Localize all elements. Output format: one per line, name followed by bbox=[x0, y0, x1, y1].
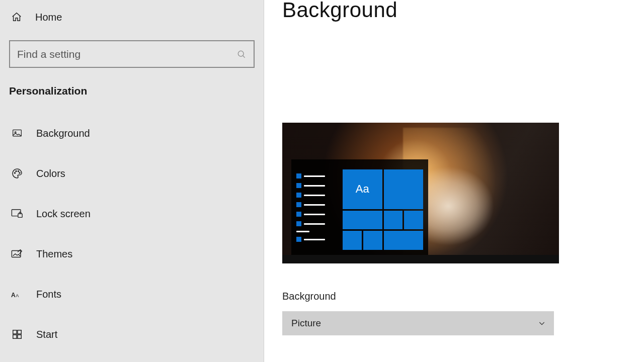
picture-icon bbox=[11, 127, 23, 139]
svg-rect-13 bbox=[13, 330, 17, 334]
preview-start-menu: Aa bbox=[291, 159, 428, 255]
svg-point-6 bbox=[18, 171, 19, 172]
home-label: Home bbox=[35, 12, 62, 23]
svg-rect-16 bbox=[18, 335, 21, 338]
svg-rect-10 bbox=[12, 251, 21, 257]
settings-content: Background Aa bbox=[264, 0, 644, 362]
svg-point-7 bbox=[19, 172, 20, 173]
svg-rect-15 bbox=[13, 335, 17, 338]
chevron-down-icon bbox=[538, 319, 546, 327]
fonts-icon: A A bbox=[11, 288, 23, 300]
sidebar-item-label: Lock screen bbox=[36, 208, 91, 220]
sidebar-item-label: Start bbox=[36, 329, 57, 340]
dropdown-value: Picture bbox=[291, 318, 321, 329]
svg-text:A: A bbox=[16, 293, 19, 298]
sidebar-item-start[interactable]: Start bbox=[0, 319, 264, 349]
preview-app-list bbox=[296, 173, 325, 242]
preview-sample-tile: Aa bbox=[343, 169, 382, 209]
svg-line-1 bbox=[243, 55, 245, 57]
background-dropdown[interactable]: Picture bbox=[282, 311, 554, 335]
sidebar-item-lockscreen[interactable]: Lock screen bbox=[0, 199, 264, 229]
start-icon bbox=[11, 328, 23, 340]
sidebar-item-label: Fonts bbox=[36, 289, 61, 300]
sidebar-nav: Background Colors bbox=[0, 118, 264, 349]
search-input[interactable] bbox=[17, 48, 236, 60]
preview-tiles: Aa bbox=[343, 169, 423, 250]
sidebar-item-fonts[interactable]: A A Fonts bbox=[0, 279, 264, 309]
preview-sample-text: Aa bbox=[356, 183, 369, 196]
svg-point-4 bbox=[15, 172, 16, 173]
background-dropdown-label: Background bbox=[282, 291, 644, 302]
home-icon bbox=[11, 12, 22, 23]
search-icon bbox=[236, 49, 247, 59]
sidebar-item-colors[interactable]: Colors bbox=[0, 158, 264, 189]
sidebar-item-themes[interactable]: Themes bbox=[0, 239, 264, 269]
themes-icon bbox=[11, 248, 23, 260]
svg-point-5 bbox=[16, 171, 17, 172]
lock-screen-icon bbox=[11, 208, 23, 220]
desktop-preview: Aa bbox=[282, 123, 559, 263]
sidebar-item-label: Colors bbox=[36, 168, 65, 179]
settings-sidebar: Home Personalization Background bbox=[0, 0, 264, 362]
svg-rect-9 bbox=[18, 214, 22, 217]
sidebar-item-label: Themes bbox=[36, 248, 72, 260]
preview-taskbar bbox=[282, 255, 559, 263]
sidebar-group-header: Personalization bbox=[0, 68, 264, 97]
home-link[interactable]: Home bbox=[0, 3, 264, 31]
page-title: Background bbox=[282, 0, 644, 22]
svg-rect-14 bbox=[18, 330, 21, 334]
search-box[interactable] bbox=[9, 40, 255, 68]
svg-text:A: A bbox=[11, 292, 16, 299]
sidebar-item-background[interactable]: Background bbox=[0, 118, 264, 148]
sidebar-item-label: Background bbox=[36, 128, 90, 139]
palette-icon bbox=[11, 167, 23, 179]
